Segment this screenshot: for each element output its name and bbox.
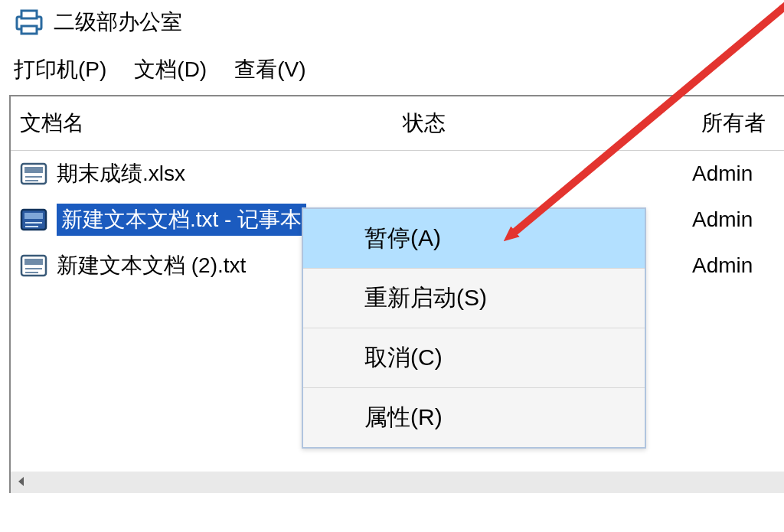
svg-rect-4 (24, 167, 43, 173)
svg-rect-1 (21, 11, 37, 18)
context-menu-pause[interactable]: 暂停(A) (303, 209, 645, 269)
list-body: 期末成绩.xlsx Admin 新建文本文档.txt - 记事本 Admin (11, 151, 784, 289)
document-owner: Admin (692, 162, 784, 186)
table-row[interactable]: 期末成绩.xlsx Admin (11, 151, 784, 197)
document-icon (20, 162, 47, 185)
menu-printer[interactable]: 打印机(P) (14, 55, 106, 84)
svg-marker-15 (18, 477, 24, 486)
scroll-left-icon[interactable] (15, 472, 28, 492)
list-header: 文档名 状态 所有者 (11, 96, 784, 151)
column-header-status[interactable]: 状态 (403, 109, 701, 138)
print-queue-list: 文档名 状态 所有者 期末成绩.xlsx Admin (9, 95, 784, 493)
svg-rect-2 (21, 26, 37, 34)
menu-view[interactable]: 查看(V) (234, 55, 305, 84)
svg-rect-8 (24, 213, 43, 219)
printer-icon (14, 9, 44, 35)
document-owner: Admin (692, 253, 784, 278)
svg-rect-12 (24, 259, 43, 265)
document-icon (20, 254, 47, 277)
menu-bar: 打印机(P) 文档(D) 查看(V) (0, 44, 784, 95)
document-name: 新建文本文档 (2).txt (57, 251, 246, 280)
context-menu-restart[interactable]: 重新启动(S) (303, 269, 645, 328)
context-menu-cancel[interactable]: 取消(C) (303, 328, 645, 388)
menu-document[interactable]: 文档(D) (134, 55, 207, 84)
title-bar: 二级部办公室 (0, 0, 784, 44)
column-header-name[interactable]: 文档名 (20, 109, 403, 138)
horizontal-scrollbar[interactable] (11, 472, 784, 493)
column-header-owner[interactable]: 所有者 (701, 109, 775, 138)
window-title: 二级部办公室 (54, 8, 182, 37)
context-menu: 暂停(A) 重新启动(S) 取消(C) 属性(R) (302, 207, 646, 449)
document-owner: Admin (692, 207, 784, 232)
document-icon (20, 208, 47, 231)
document-name: 新建文本文档.txt - 记事本 (57, 204, 306, 236)
document-name: 期末成绩.xlsx (57, 159, 185, 188)
context-menu-properties[interactable]: 属性(R) (303, 388, 645, 447)
